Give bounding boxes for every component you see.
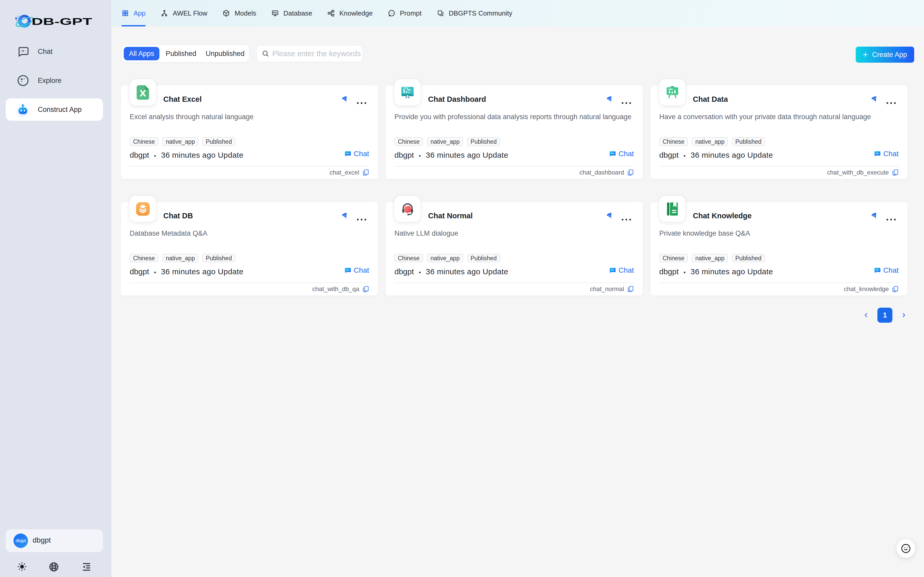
svg-text:SQL: SQL [273, 11, 278, 14]
svg-text:DB-GPT: DB-GPT [32, 16, 92, 27]
